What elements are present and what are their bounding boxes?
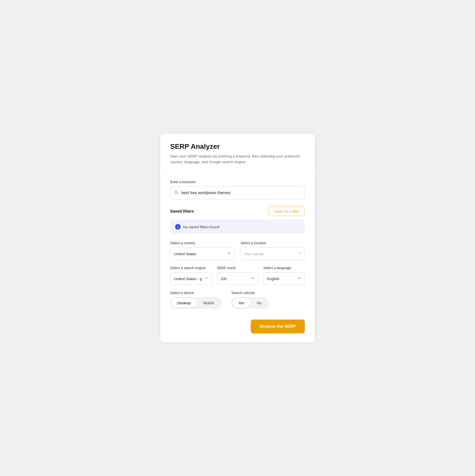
serp-result-select-wrap: 100 50 10	[217, 272, 258, 285]
search-volume-label: Search volume	[231, 291, 269, 295]
serp-result-select[interactable]: 100 50 10	[217, 272, 258, 285]
location-field-group: Select a location Start typing...	[240, 241, 305, 260]
saved-filters-row: Saved filters Save as a filter	[170, 206, 305, 216]
card-header: SERP Analyzer Start your SERP analysis b…	[160, 134, 315, 172]
search-volume-no-button[interactable]: No	[251, 298, 268, 308]
language-field-group: Select a language English French Spanish	[263, 266, 305, 285]
search-volume-field-group: Search volume Yes No	[231, 291, 269, 309]
page-title: SERP Analyzer	[170, 143, 305, 151]
serp-result-label: SERP result	[217, 266, 258, 270]
save-filter-button[interactable]: Save as a filter	[269, 206, 305, 216]
keyword-input-wrap	[170, 186, 305, 199]
keyword-input[interactable]	[181, 191, 301, 195]
location-select-wrap: Start typing...	[240, 247, 305, 260]
card-body: Enter a keyword Saved filters Save as a …	[160, 172, 315, 342]
location-select[interactable]: Start typing...	[240, 247, 305, 260]
language-select[interactable]: English French Spanish	[263, 272, 305, 285]
search-volume-toggle-group: Yes No	[231, 297, 269, 309]
keyword-field-group: Enter a keyword	[170, 180, 305, 206]
info-icon: i	[175, 224, 181, 230]
device-label: Select a device	[170, 291, 221, 295]
device-mobile-button[interactable]: Mobile	[197, 298, 220, 308]
country-field-group: Select a country United States Canada Un…	[170, 241, 235, 260]
search-engine-field-group: Select a search engine United States - g…	[170, 266, 212, 285]
search-engine-select-wrap: United States - googl...	[170, 272, 212, 285]
main-card: SERP Analyzer Start your SERP analysis b…	[160, 134, 315, 342]
svg-line-1	[177, 193, 178, 194]
country-select-wrap: United States Canada United Kingdom	[170, 247, 235, 260]
engine-result-lang-row: Select a search engine United States - g…	[170, 266, 305, 285]
search-icon	[174, 190, 179, 196]
device-toggle-group: Desktop Mobile	[170, 297, 221, 309]
footer-row: Analyze the SERP	[170, 317, 305, 333]
no-filters-text: No saved filters found	[183, 225, 219, 229]
search-engine-label: Select a search engine	[170, 266, 212, 270]
keyword-label: Enter a keyword	[170, 180, 305, 184]
no-filters-notice: i No saved filters found	[170, 220, 305, 234]
device-search-vol-row: Select a device Desktop Mobile Search vo…	[170, 291, 305, 309]
search-engine-select[interactable]: United States - googl...	[170, 272, 212, 285]
language-label: Select a language	[263, 266, 305, 270]
device-field-group: Select a device Desktop Mobile	[170, 291, 221, 309]
serp-result-field-group: SERP result 100 50 10	[217, 266, 258, 285]
device-desktop-button[interactable]: Desktop	[171, 298, 197, 308]
language-select-wrap: English French Spanish	[263, 272, 305, 285]
country-location-row: Select a country United States Canada Un…	[170, 241, 305, 260]
location-label: Select a location	[240, 241, 305, 245]
saved-filters-title: Saved filters	[170, 209, 194, 214]
country-select[interactable]: United States Canada United Kingdom	[170, 247, 235, 260]
analyze-button[interactable]: Analyze the SERP	[251, 319, 305, 333]
search-volume-yes-button[interactable]: Yes	[232, 298, 250, 308]
country-label: Select a country	[170, 241, 235, 245]
page-description: Start your SERP analysis by entering a k…	[170, 154, 305, 165]
